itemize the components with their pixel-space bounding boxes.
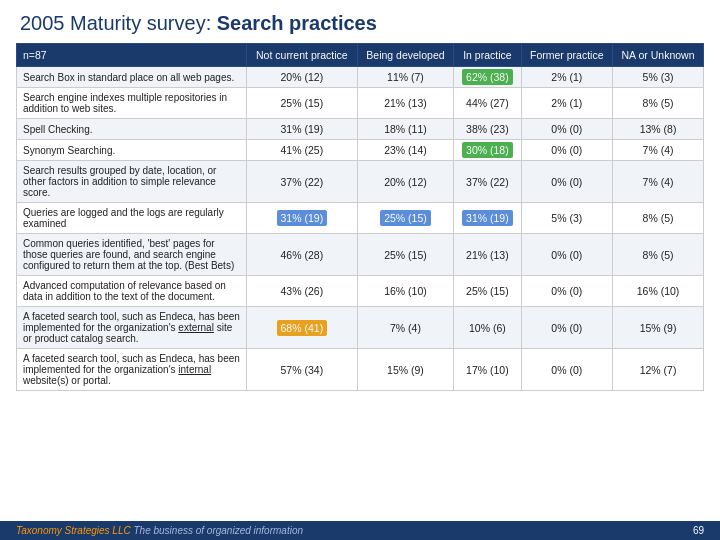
row-label-cell: A faceted search tool, such as Endeca, h… bbox=[17, 307, 247, 349]
value-cell: 0% (0) bbox=[521, 119, 613, 140]
value-cell: 7% (4) bbox=[613, 140, 704, 161]
col-header-na-unknown: NA or Unknown bbox=[613, 44, 704, 67]
value-cell: 18% (11) bbox=[357, 119, 454, 140]
row-label-cell: Search results grouped by date, location… bbox=[17, 161, 247, 203]
value-cell: 2% (1) bbox=[521, 88, 613, 119]
value-cell: 8% (5) bbox=[613, 203, 704, 234]
value-cell: 30% (18) bbox=[454, 140, 521, 161]
value-cell: 62% (38) bbox=[454, 67, 521, 88]
table-row: Common queries identified, 'best' pages … bbox=[17, 234, 704, 276]
value-cell: 23% (14) bbox=[357, 140, 454, 161]
value-cell: 37% (22) bbox=[454, 161, 521, 203]
col-header-not-current: Not current practice bbox=[247, 44, 358, 67]
page-footer: Taxonomy Strategies LLC The business of … bbox=[0, 521, 720, 540]
col-header-being-developed: Being developed bbox=[357, 44, 454, 67]
value-cell: 0% (0) bbox=[521, 276, 613, 307]
value-cell: 8% (5) bbox=[613, 234, 704, 276]
value-cell: 43% (26) bbox=[247, 276, 358, 307]
value-cell: 0% (0) bbox=[521, 161, 613, 203]
maturity-table: n=87 Not current practice Being develope… bbox=[16, 43, 704, 391]
value-cell: 0% (0) bbox=[521, 349, 613, 391]
value-cell: 20% (12) bbox=[357, 161, 454, 203]
row-label-cell: Common queries identified, 'best' pages … bbox=[17, 234, 247, 276]
value-cell: 21% (13) bbox=[357, 88, 454, 119]
table-row: Search Box in standard place on all web … bbox=[17, 67, 704, 88]
value-cell: 16% (10) bbox=[613, 276, 704, 307]
table-row: Synonym Searching.41% (25)23% (14)30% (1… bbox=[17, 140, 704, 161]
value-cell: 5% (3) bbox=[521, 203, 613, 234]
value-cell: 31% (19) bbox=[454, 203, 521, 234]
table-row: Advanced computation of relevance based … bbox=[17, 276, 704, 307]
col-header-label: n=87 bbox=[17, 44, 247, 67]
value-cell: 11% (7) bbox=[357, 67, 454, 88]
value-cell: 25% (15) bbox=[357, 203, 454, 234]
table-row: A faceted search tool, such as Endeca, h… bbox=[17, 307, 704, 349]
table-row: A faceted search tool, such as Endeca, h… bbox=[17, 349, 704, 391]
value-cell: 37% (22) bbox=[247, 161, 358, 203]
value-cell: 25% (15) bbox=[247, 88, 358, 119]
table-row: Search engine indexes multiple repositor… bbox=[17, 88, 704, 119]
value-cell: 46% (28) bbox=[247, 234, 358, 276]
value-cell: 2% (1) bbox=[521, 67, 613, 88]
value-cell: 20% (12) bbox=[247, 67, 358, 88]
row-label-cell: Advanced computation of relevance based … bbox=[17, 276, 247, 307]
row-label-cell: Spell Checking. bbox=[17, 119, 247, 140]
value-cell: 13% (8) bbox=[613, 119, 704, 140]
value-cell: 10% (6) bbox=[454, 307, 521, 349]
value-cell: 7% (4) bbox=[357, 307, 454, 349]
company-name: Taxonomy Strategies LLC bbox=[16, 525, 131, 536]
col-header-former-practice: Former practice bbox=[521, 44, 613, 67]
value-cell: 0% (0) bbox=[521, 307, 613, 349]
value-cell: 38% (23) bbox=[454, 119, 521, 140]
value-cell: 5% (3) bbox=[613, 67, 704, 88]
value-cell: 16% (10) bbox=[357, 276, 454, 307]
page-title: 2005 Maturity survey: Search practices bbox=[0, 0, 720, 43]
value-cell: 41% (25) bbox=[247, 140, 358, 161]
value-cell: 0% (0) bbox=[521, 234, 613, 276]
value-cell: 31% (19) bbox=[247, 203, 358, 234]
data-table-container: n=87 Not current practice Being develope… bbox=[0, 43, 720, 391]
row-label-cell: Search engine indexes multiple repositor… bbox=[17, 88, 247, 119]
value-cell: 57% (34) bbox=[247, 349, 358, 391]
value-cell: 25% (15) bbox=[454, 276, 521, 307]
table-row: Spell Checking.31% (19)18% (11)38% (23)0… bbox=[17, 119, 704, 140]
table-row: Queries are logged and the logs are regu… bbox=[17, 203, 704, 234]
row-label-cell: Search Box in standard place on all web … bbox=[17, 67, 247, 88]
value-cell: 25% (15) bbox=[357, 234, 454, 276]
row-label-cell: A faceted search tool, such as Endeca, h… bbox=[17, 349, 247, 391]
value-cell: 7% (4) bbox=[613, 161, 704, 203]
page-number: 69 bbox=[693, 525, 704, 536]
value-cell: 15% (9) bbox=[613, 307, 704, 349]
row-label-cell: Synonym Searching. bbox=[17, 140, 247, 161]
footer-text: Taxonomy Strategies LLC The business of … bbox=[16, 525, 303, 536]
value-cell: 15% (9) bbox=[357, 349, 454, 391]
table-row: Search results grouped by date, location… bbox=[17, 161, 704, 203]
row-label-cell: Queries are logged and the logs are regu… bbox=[17, 203, 247, 234]
value-cell: 21% (13) bbox=[454, 234, 521, 276]
value-cell: 68% (41) bbox=[247, 307, 358, 349]
value-cell: 17% (10) bbox=[454, 349, 521, 391]
col-header-in-practice: In practice bbox=[454, 44, 521, 67]
value-cell: 12% (7) bbox=[613, 349, 704, 391]
value-cell: 8% (5) bbox=[613, 88, 704, 119]
footer-tagline: The business of organized information bbox=[133, 525, 303, 536]
value-cell: 44% (27) bbox=[454, 88, 521, 119]
value-cell: 0% (0) bbox=[521, 140, 613, 161]
value-cell: 31% (19) bbox=[247, 119, 358, 140]
